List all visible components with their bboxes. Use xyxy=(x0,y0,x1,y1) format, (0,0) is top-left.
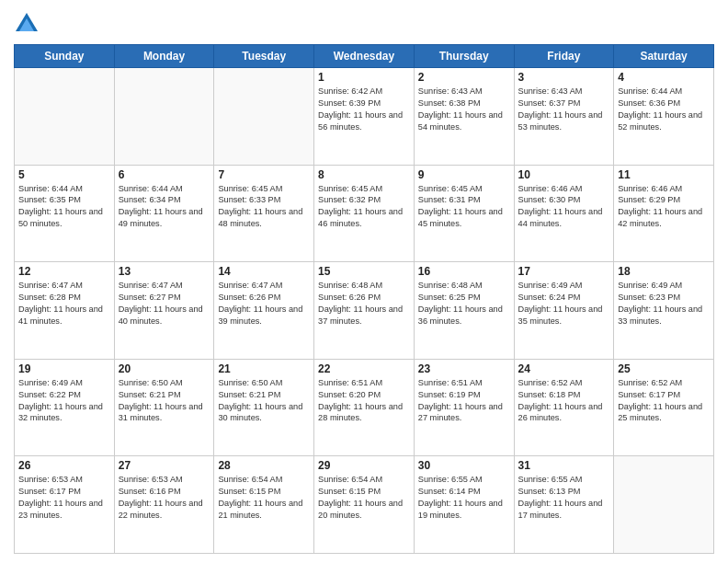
day-number: 3 xyxy=(518,71,610,84)
cell-info: Sunrise: 6:54 AM Sunset: 6:15 PM Dayligh… xyxy=(318,474,410,522)
calendar-cell: 6Sunrise: 6:44 AM Sunset: 6:34 PM Daylig… xyxy=(114,165,214,262)
cell-info: Sunrise: 6:43 AM Sunset: 6:38 PM Dayligh… xyxy=(418,86,510,133)
cell-info: Sunrise: 6:47 AM Sunset: 6:27 PM Dayligh… xyxy=(119,280,210,327)
calendar-header-monday: Monday xyxy=(114,45,214,68)
header xyxy=(14,9,714,37)
day-number: 21 xyxy=(218,362,310,375)
calendar-cell: 4Sunrise: 6:44 AM Sunset: 6:36 PM Daylig… xyxy=(614,68,714,166)
cell-info: Sunrise: 6:43 AM Sunset: 6:37 PM Dayligh… xyxy=(518,86,610,133)
cell-info: Sunrise: 6:50 AM Sunset: 6:21 PM Dayligh… xyxy=(218,377,310,425)
cell-info: Sunrise: 6:55 AM Sunset: 6:13 PM Dayligh… xyxy=(518,474,610,522)
cell-info: Sunrise: 6:51 AM Sunset: 6:20 PM Dayligh… xyxy=(318,377,410,425)
cell-info: Sunrise: 6:45 AM Sunset: 6:32 PM Dayligh… xyxy=(318,183,410,231)
day-number: 22 xyxy=(318,362,410,375)
calendar-cell: 16Sunrise: 6:48 AM Sunset: 6:25 PM Dayli… xyxy=(414,262,514,360)
calendar-cell: 31Sunrise: 6:55 AM Sunset: 6:13 PM Dayli… xyxy=(514,456,614,554)
calendar-header-tuesday: Tuesday xyxy=(214,45,314,68)
day-number: 24 xyxy=(518,362,610,375)
day-number: 25 xyxy=(618,362,710,375)
day-number: 20 xyxy=(119,362,210,375)
day-number: 6 xyxy=(119,168,210,181)
week-row-4: 19Sunrise: 6:49 AM Sunset: 6:22 PM Dayli… xyxy=(15,359,714,456)
day-number: 9 xyxy=(418,168,510,181)
day-number: 28 xyxy=(218,459,310,472)
calendar-header-sunday: Sunday xyxy=(15,45,115,68)
logo-icon xyxy=(14,11,40,37)
cell-info: Sunrise: 6:46 AM Sunset: 6:29 PM Dayligh… xyxy=(618,183,710,231)
calendar-cell: 23Sunrise: 6:51 AM Sunset: 6:19 PM Dayli… xyxy=(414,359,514,456)
cell-info: Sunrise: 6:50 AM Sunset: 6:21 PM Dayligh… xyxy=(119,377,210,425)
calendar-cell: 15Sunrise: 6:48 AM Sunset: 6:26 PM Dayli… xyxy=(314,262,415,360)
day-number: 7 xyxy=(218,168,310,181)
calendar-cell: 25Sunrise: 6:52 AM Sunset: 6:17 PM Dayli… xyxy=(614,359,714,456)
calendar-header-thursday: Thursday xyxy=(414,45,514,68)
day-number: 2 xyxy=(418,71,510,84)
logo xyxy=(14,13,43,37)
day-number: 4 xyxy=(618,71,710,84)
calendar-cell: 12Sunrise: 6:47 AM Sunset: 6:28 PM Dayli… xyxy=(15,262,115,360)
calendar-cell xyxy=(15,68,115,166)
cell-info: Sunrise: 6:51 AM Sunset: 6:19 PM Dayligh… xyxy=(418,377,510,425)
day-number: 18 xyxy=(618,265,710,278)
cell-info: Sunrise: 6:52 AM Sunset: 6:18 PM Dayligh… xyxy=(518,377,610,425)
page: SundayMondayTuesdayWednesdayThursdayFrid… xyxy=(0,0,728,563)
day-number: 29 xyxy=(318,459,410,472)
calendar-cell: 29Sunrise: 6:54 AM Sunset: 6:15 PM Dayli… xyxy=(314,456,415,554)
cell-info: Sunrise: 6:44 AM Sunset: 6:36 PM Dayligh… xyxy=(618,86,710,133)
day-number: 13 xyxy=(119,265,210,278)
cell-info: Sunrise: 6:55 AM Sunset: 6:14 PM Dayligh… xyxy=(418,474,510,522)
day-number: 5 xyxy=(18,168,110,181)
day-number: 11 xyxy=(618,168,710,181)
calendar-header-friday: Friday xyxy=(514,45,614,68)
cell-info: Sunrise: 6:49 AM Sunset: 6:24 PM Dayligh… xyxy=(518,280,610,327)
calendar-cell: 14Sunrise: 6:47 AM Sunset: 6:26 PM Dayli… xyxy=(214,262,314,360)
calendar-cell: 27Sunrise: 6:53 AM Sunset: 6:16 PM Dayli… xyxy=(114,456,214,554)
calendar-table: SundayMondayTuesdayWednesdayThursdayFrid… xyxy=(14,44,714,554)
calendar-cell: 19Sunrise: 6:49 AM Sunset: 6:22 PM Dayli… xyxy=(15,359,115,456)
day-number: 1 xyxy=(318,71,410,84)
cell-info: Sunrise: 6:47 AM Sunset: 6:26 PM Dayligh… xyxy=(218,280,310,327)
day-number: 10 xyxy=(518,168,610,181)
cell-info: Sunrise: 6:53 AM Sunset: 6:16 PM Dayligh… xyxy=(119,474,210,522)
week-row-2: 5Sunrise: 6:44 AM Sunset: 6:35 PM Daylig… xyxy=(15,165,714,262)
day-number: 27 xyxy=(119,459,210,472)
day-number: 26 xyxy=(18,459,110,472)
calendar-header-saturday: Saturday xyxy=(614,45,714,68)
day-number: 14 xyxy=(218,265,310,278)
calendar-cell xyxy=(214,68,314,166)
cell-info: Sunrise: 6:42 AM Sunset: 6:39 PM Dayligh… xyxy=(318,86,410,133)
calendar-cell: 1Sunrise: 6:42 AM Sunset: 6:39 PM Daylig… xyxy=(314,68,415,166)
calendar-header-wednesday: Wednesday xyxy=(314,45,415,68)
calendar-cell: 7Sunrise: 6:45 AM Sunset: 6:33 PM Daylig… xyxy=(214,165,314,262)
calendar-cell: 10Sunrise: 6:46 AM Sunset: 6:30 PM Dayli… xyxy=(514,165,614,262)
calendar-cell: 21Sunrise: 6:50 AM Sunset: 6:21 PM Dayli… xyxy=(214,359,314,456)
calendar-header-row: SundayMondayTuesdayWednesdayThursdayFrid… xyxy=(15,45,714,68)
cell-info: Sunrise: 6:46 AM Sunset: 6:30 PM Dayligh… xyxy=(518,183,610,231)
day-number: 15 xyxy=(318,265,410,278)
day-number: 12 xyxy=(18,265,110,278)
calendar-cell: 18Sunrise: 6:49 AM Sunset: 6:23 PM Dayli… xyxy=(614,262,714,360)
calendar-cell: 26Sunrise: 6:53 AM Sunset: 6:17 PM Dayli… xyxy=(15,456,115,554)
calendar-cell xyxy=(614,456,714,554)
day-number: 23 xyxy=(418,362,510,375)
cell-info: Sunrise: 6:45 AM Sunset: 6:31 PM Dayligh… xyxy=(418,183,510,231)
day-number: 8 xyxy=(318,168,410,181)
cell-info: Sunrise: 6:52 AM Sunset: 6:17 PM Dayligh… xyxy=(618,377,710,425)
day-number: 17 xyxy=(518,265,610,278)
calendar-cell: 13Sunrise: 6:47 AM Sunset: 6:27 PM Dayli… xyxy=(114,262,214,360)
calendar-cell: 28Sunrise: 6:54 AM Sunset: 6:15 PM Dayli… xyxy=(214,456,314,554)
calendar-cell: 11Sunrise: 6:46 AM Sunset: 6:29 PM Dayli… xyxy=(614,165,714,262)
calendar-cell: 22Sunrise: 6:51 AM Sunset: 6:20 PM Dayli… xyxy=(314,359,415,456)
cell-info: Sunrise: 6:53 AM Sunset: 6:17 PM Dayligh… xyxy=(18,474,110,522)
cell-info: Sunrise: 6:44 AM Sunset: 6:35 PM Dayligh… xyxy=(18,183,110,231)
day-number: 19 xyxy=(18,362,110,375)
day-number: 16 xyxy=(418,265,510,278)
calendar-cell xyxy=(114,68,214,166)
day-number: 30 xyxy=(418,459,510,472)
cell-info: Sunrise: 6:47 AM Sunset: 6:28 PM Dayligh… xyxy=(18,280,110,327)
week-row-3: 12Sunrise: 6:47 AM Sunset: 6:28 PM Dayli… xyxy=(15,262,714,360)
calendar-cell: 2Sunrise: 6:43 AM Sunset: 6:38 PM Daylig… xyxy=(414,68,514,166)
calendar-cell: 5Sunrise: 6:44 AM Sunset: 6:35 PM Daylig… xyxy=(15,165,115,262)
cell-info: Sunrise: 6:44 AM Sunset: 6:34 PM Dayligh… xyxy=(119,183,210,231)
calendar-cell: 24Sunrise: 6:52 AM Sunset: 6:18 PM Dayli… xyxy=(514,359,614,456)
